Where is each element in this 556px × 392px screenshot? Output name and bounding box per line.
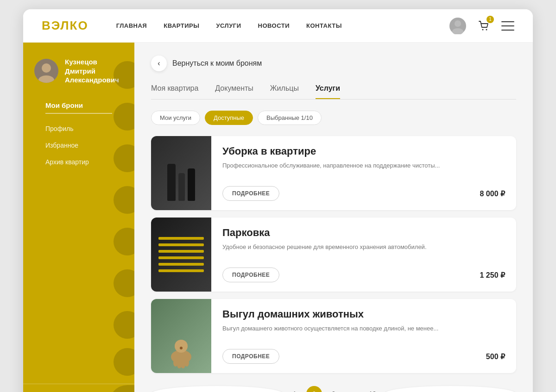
content-tabs: Моя квартира Документы Жильцы Услуги: [151, 84, 516, 100]
tab-documents[interactable]: Документы: [215, 84, 253, 99]
svg-point-0: [455, 20, 461, 27]
details-button-pet[interactable]: ПОДРОБНЕЕ: [222, 349, 279, 364]
service-desc-pet: Выгул домашнего животного осуществляется…: [222, 324, 505, 333]
svg-point-3: [486, 29, 487, 30]
svg-point-8: [175, 340, 188, 353]
logo: ВЭЛКО: [42, 19, 88, 33]
service-footer-parking: ПОДРОБНЕЕ 1 250 ₽: [222, 268, 505, 282]
tab-services[interactable]: Услуги: [316, 84, 340, 99]
header-icons: 1: [449, 18, 514, 34]
svg-point-11: [180, 347, 183, 349]
main-nav: ГЛАВНАЯ КВАРТИРЫ УСЛУГИ НОВОСТИ КОНТАКТЫ: [116, 22, 449, 29]
svg-point-10: [183, 342, 187, 345]
tab-tenants[interactable]: Жильцы: [270, 84, 299, 99]
sidebar-item-profile[interactable]: Профиль: [45, 120, 112, 137]
nav-home[interactable]: ГЛАВНАЯ: [116, 22, 147, 29]
service-image-cleaning: [151, 136, 211, 210]
back-arrow-icon: ‹: [151, 56, 167, 71]
service-price-cleaning: 8 000 ₽: [480, 189, 505, 198]
sidebar-top: Кузнецов Дмитрий Александрович Мои брони…: [23, 43, 134, 181]
svg-point-2: [482, 29, 484, 30]
service-body-cleaning: Уборка в квартире Профессиональное обслу…: [211, 136, 516, 210]
filter-row: Мои услуги Доступные Выбранные 1/10: [151, 111, 516, 125]
service-card-pet: Выгул домашних животных Выгул домашнего …: [151, 299, 516, 373]
svg-point-15: [184, 359, 189, 367]
nav-news[interactable]: НОВОСТИ: [258, 22, 290, 29]
tab-apartment[interactable]: Моя квартира: [151, 84, 198, 99]
back-text: Вернуться к моим броням: [172, 59, 262, 68]
service-image-pet: [151, 299, 211, 373]
service-body-parking: Парковка Удобное и безопасное решение дл…: [211, 218, 516, 292]
pagination-ellipsis: …: [345, 386, 361, 392]
sidebar-nav: Мои брони: [34, 98, 123, 114]
service-desc-parking: Удобное и безопасное решение для временн…: [222, 243, 505, 252]
pagination-prev[interactable]: ‹: [151, 386, 283, 392]
service-footer-pet: ПОДРОБНЕЕ 500 ₽: [222, 349, 505, 364]
service-price-parking: 1 250 ₽: [480, 271, 505, 280]
cart-icon[interactable]: 1: [475, 18, 492, 34]
service-title-cleaning: Уборка в квартире: [222, 145, 505, 157]
service-card-cleaning: Уборка в квартире Профессиональное обслу…: [151, 136, 516, 210]
service-body-pet: Выгул домашних животных Выгул домашнего …: [211, 299, 516, 373]
avatar: [34, 59, 58, 83]
nav-services[interactable]: УСЛУГИ: [216, 22, 241, 29]
cart-badge: 1: [486, 16, 494, 23]
nav-contacts[interactable]: КОНТАКТЫ: [306, 22, 342, 29]
svg-point-1: [452, 28, 463, 34]
user-name: Кузнецов Дмитрий Александрович: [65, 57, 123, 85]
service-price-pet: 500 ₽: [486, 352, 505, 361]
main-layout: Кузнецов Дмитрий Александрович Мои брони…: [23, 43, 533, 392]
sidebar: Кузнецов Дмитрий Александрович Мои брони…: [23, 43, 134, 392]
main-content: ‹ Вернуться к моим броням Моя квартира Д…: [134, 43, 533, 392]
pagination-page-2[interactable]: 2: [306, 386, 322, 392]
pagination-next[interactable]: ›: [384, 386, 516, 392]
service-card-parking: Парковка Удобное и безопасное решение дл…: [151, 218, 516, 292]
service-image-parking: [151, 218, 211, 292]
pagination-page-last[interactable]: 18: [365, 386, 380, 392]
filter-selected[interactable]: Выбранные 1/10: [258, 111, 322, 125]
service-title-pet: Выгул домашних животных: [222, 308, 505, 320]
header: ВЭЛКО ГЛАВНАЯ КВАРТИРЫ УСЛУГИ НОВОСТИ КО…: [23, 9, 533, 43]
user-profile: Кузнецов Дмитрий Александрович: [34, 57, 123, 85]
sidebar-item-bookings[interactable]: Мои брони: [45, 98, 112, 114]
service-footer-cleaning: ПОДРОБНЕЕ 8 000 ₽: [222, 186, 505, 201]
filter-my-services[interactable]: Мои услуги: [151, 111, 200, 125]
nav-apartments[interactable]: КВАРТИРЫ: [164, 22, 199, 29]
details-button-parking[interactable]: ПОДРОБНЕЕ: [222, 268, 279, 282]
hamburger-icon[interactable]: [501, 21, 514, 31]
sidebar-item-archive[interactable]: Архив квартир: [45, 154, 112, 170]
svg-point-5: [42, 63, 51, 73]
service-desc-cleaning: Профессиональное обслуживание, направлен…: [222, 161, 505, 170]
sidebar-item-favorites[interactable]: Избранное: [45, 137, 112, 154]
user-icon[interactable]: [449, 18, 466, 34]
service-title-parking: Парковка: [222, 227, 505, 239]
pagination-page-3[interactable]: 3: [326, 386, 341, 392]
filter-available[interactable]: Доступные: [205, 111, 253, 125]
sidebar-footer: Выйти: [23, 384, 134, 392]
pagination: ‹ 1 2 3 … 18 ›: [151, 386, 516, 392]
details-button-cleaning[interactable]: ПОДРОБНЕЕ: [222, 186, 279, 201]
sidebar-links: Профиль Избранное Архив квартир: [34, 117, 123, 170]
svg-point-9: [176, 342, 179, 345]
back-button[interactable]: ‹ Вернуться к моим броням: [151, 56, 516, 71]
pagination-page-1[interactable]: 1: [287, 386, 303, 392]
